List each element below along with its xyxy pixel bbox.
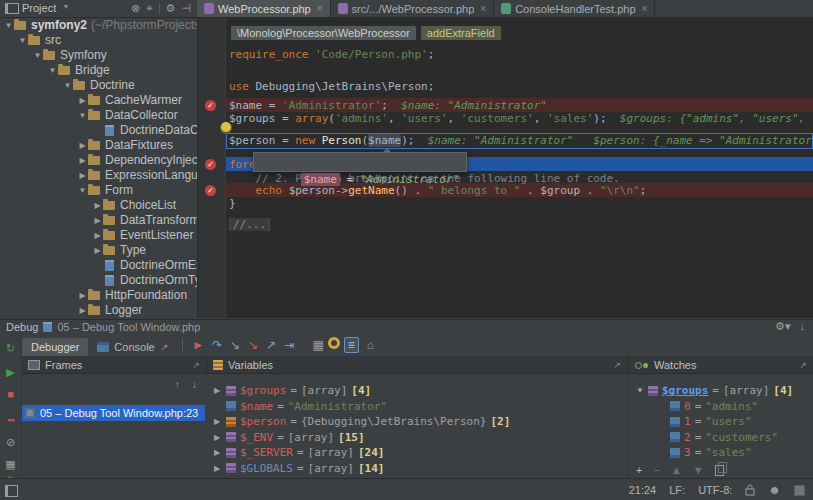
layout-grid-icon[interactable]: ▦	[312, 338, 323, 352]
tree-item-doctrinedatacollect[interactable]: DoctrineDataCollect	[0, 123, 197, 138]
variable-row[interactable]: ▶$_SERVER = [array] [24]	[207, 445, 628, 460]
chevron-icon[interactable]: ▶	[214, 433, 222, 442]
frames-panel-header[interactable]: Frames ↗	[22, 357, 207, 374]
add-watch-icon[interactable]: +	[636, 464, 642, 476]
editor-tab[interactable]: ConsoleHandlerTest.php×	[494, 0, 655, 17]
tree-item-doctrineormtypegu[interactable]: DoctrineOrmTypeGu	[0, 273, 197, 288]
lock-icon[interactable]	[745, 484, 755, 496]
evaluate-expression-icon[interactable]	[328, 337, 340, 349]
editor-area[interactable]: \Monolog\Processor\WebProcessor addExtra…	[198, 18, 813, 318]
step-out-icon[interactable]: ↗	[266, 338, 276, 352]
chevron-icon[interactable]: ▶	[214, 417, 222, 426]
move-watch-down-icon[interactable]: ▼	[693, 464, 704, 476]
close-tab-icon[interactable]: ×	[480, 3, 486, 14]
chevron-expanded-icon[interactable]: ▼	[77, 183, 88, 198]
tree-item-eventlistener[interactable]: ▶EventListener	[0, 228, 197, 243]
show-execution-point-icon[interactable]: ►	[192, 338, 204, 352]
view-breakpoints-icon[interactable]: ●●	[0, 414, 21, 426]
move-watch-up-icon[interactable]: ▲	[671, 464, 682, 476]
encoding[interactable]: UTF-8:	[698, 484, 732, 496]
chevron-expanded-icon[interactable]: ▼	[3, 18, 14, 33]
variable-row[interactable]: ▶$GLOBALS = [array] [14]	[207, 461, 628, 476]
tree-item-symfony[interactable]: ▼Symfony	[0, 48, 197, 63]
close-circle-icon[interactable]: ⊗	[131, 1, 140, 16]
chevron-collapsed-icon[interactable]: ▶	[77, 93, 88, 108]
caret-position[interactable]: 21:24	[629, 484, 657, 496]
chevron-icon[interactable]: ▼	[636, 386, 644, 395]
chevron-collapsed-icon[interactable]: ▶	[77, 168, 88, 183]
gear-icon[interactable]: ⚙	[166, 1, 176, 16]
scroll-from-source-icon[interactable]: ⌖	[146, 1, 152, 16]
code-line[interactable]: use Debugging\JetBrains\Person;	[198, 80, 813, 93]
float-panel-icon[interactable]: ↗	[192, 360, 200, 370]
tab-debugger[interactable]: Debugger	[22, 338, 88, 356]
watch-row[interactable]: ▼$groups = [array] [4]	[629, 383, 813, 398]
chevron-expanded-icon[interactable]: ▼	[62, 78, 73, 93]
tree-item-doctrineormextensi[interactable]: DoctrineOrmExtensi	[0, 258, 197, 273]
tree-item-httpfoundation[interactable]: ▶HttpFoundation	[0, 288, 197, 303]
tree-item-src[interactable]: ▼src	[0, 33, 197, 48]
step-into-icon[interactable]: ↘	[230, 338, 240, 352]
tree-item-cachewarmer[interactable]: ▶CacheWarmer	[0, 93, 197, 108]
float-panel-icon[interactable]: ↗	[613, 360, 621, 370]
hide-window-icon[interactable]: ↓	[800, 320, 806, 333]
variables-panel-header[interactable]: Variables ↗	[207, 357, 628, 374]
chevron-collapsed-icon[interactable]: ▶	[92, 198, 103, 213]
frame-row[interactable]: 05 – Debug Tool Window.php:23	[22, 405, 205, 421]
move-up-icon[interactable]: ↑	[175, 379, 180, 390]
watches-panel-header[interactable]: Watches ↗	[629, 357, 813, 374]
chevron-down-icon[interactable]: ▾	[64, 2, 68, 11]
code-line[interactable]: $person = new Person($name); $name: "Adm…	[198, 134, 813, 147]
chevron-expanded-icon[interactable]: ▼	[32, 48, 43, 63]
mute-breakpoints-icon[interactable]: ⊘	[0, 436, 21, 448]
debug-header[interactable]: Debug 05 – Debug Tool Window.php ⚙▾↓	[0, 320, 813, 334]
variable-row[interactable]: ▶$_ENV = [array] [15]	[207, 430, 628, 445]
watch-row[interactable]: 1 = "users"	[629, 414, 813, 429]
hide-panel-icon[interactable]: ⊣	[181, 1, 191, 16]
resume-icon[interactable]: ▶	[0, 366, 21, 378]
step-over-icon[interactable]: ↷	[212, 338, 222, 352]
editor-tab[interactable]: WebProcessor.php×	[197, 0, 331, 17]
chevron-icon[interactable]: ▶	[214, 464, 222, 473]
chevron-collapsed-icon[interactable]: ▶	[92, 228, 103, 243]
line-ending[interactable]: LF:	[669, 484, 685, 496]
move-down-icon[interactable]: ↓	[192, 379, 197, 390]
code-line[interactable]: }	[198, 197, 813, 210]
settings-home-icon[interactable]: ⌂	[367, 338, 374, 352]
inline-values-icon[interactable]: ≡	[344, 337, 359, 353]
tree-item-type[interactable]: ▶Type	[0, 243, 197, 258]
remove-watch-icon[interactable]: −	[653, 464, 659, 476]
tab-console[interactable]: Console ↗	[88, 338, 177, 356]
tree-item-dependencyinjection[interactable]: ▶DependencyInjection	[0, 153, 197, 168]
tree-item-expressionlanguage[interactable]: ▶ExpressionLanguage	[0, 168, 197, 183]
watch-row[interactable]: 2 = "customers"	[629, 430, 813, 445]
restore-layout-icon[interactable]: ▦	[0, 458, 21, 470]
code-line[interactable]: $name = 'Administrator'; $name: "Adminis…	[198, 99, 813, 112]
close-tab-icon[interactable]: ×	[642, 3, 648, 14]
chevron-expanded-icon[interactable]: ▼	[77, 108, 88, 123]
stop-icon[interactable]: ■	[0, 388, 21, 400]
force-step-into-icon[interactable]: ↘	[248, 338, 258, 352]
variable-row[interactable]: ▶$groups = [array] [4]	[207, 383, 628, 398]
code-line[interactable]: require_once 'Code/Person.php';	[198, 48, 813, 61]
breadcrumb-class-chip[interactable]: \Monolog\Processor\WebProcessor	[231, 26, 416, 40]
chevron-collapsed-icon[interactable]: ▶	[92, 213, 103, 228]
copy-watch-icon[interactable]	[715, 465, 724, 476]
code-line[interactable]: //...	[198, 218, 813, 231]
chevron-collapsed-icon[interactable]: ▶	[77, 288, 88, 303]
rerun-icon[interactable]: ↻	[0, 342, 21, 354]
chevron-expanded-icon[interactable]: ▼	[17, 33, 28, 48]
tree-item-bridge[interactable]: ▼Bridge	[0, 63, 197, 78]
variable-row[interactable]: ▶$person = {Debugging\JetBrains\Person} …	[207, 414, 628, 429]
chevron-collapsed-icon[interactable]: ▶	[77, 153, 88, 168]
project-root-row[interactable]: ▼ symfony2 (~/PhpstormProjects/symfo	[0, 18, 197, 33]
editor-tab[interactable]: src/.../WebProcessor.php×	[331, 0, 495, 17]
tree-item-datacollector[interactable]: ▼DataCollector	[0, 108, 197, 123]
watch-row[interactable]: 3 = "sales"	[629, 445, 813, 460]
breadcrumb-method-chip[interactable]: addExtraField	[421, 26, 501, 40]
chevron-collapsed-icon[interactable]: ▶	[77, 303, 88, 318]
watch-row[interactable]: 0 = "admins"	[629, 399, 813, 414]
close-tab-icon[interactable]: ×	[317, 3, 323, 14]
gear-icon[interactable]: ⚙▾	[775, 320, 790, 333]
tree-item-doctrine[interactable]: ▼Doctrine	[0, 78, 197, 93]
